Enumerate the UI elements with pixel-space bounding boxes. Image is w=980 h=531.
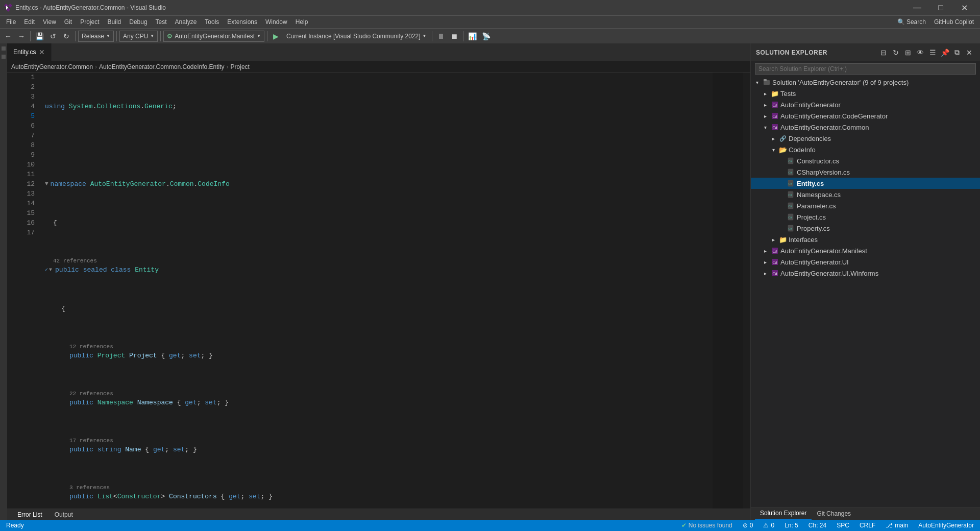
- code-editor[interactable]: 1 2 3 4 5 6 7 8 9 10 11 12 13 14 15 16 1: [7, 73, 750, 509]
- tree-item-label: AutoEntityGenerator.Common: [780, 124, 869, 131]
- menu-debug[interactable]: Debug: [125, 16, 151, 28]
- toolbar-sep-1: [30, 31, 31, 41]
- tree-item-label: AutoEntityGenerator.UI: [780, 258, 849, 266]
- status-copilot[interactable]: AutoEntityGenerator: [916, 520, 976, 531]
- breadcrumb-project[interactable]: Project: [231, 63, 250, 70]
- platform-dropdown[interactable]: Any CPU ▼: [119, 31, 158, 42]
- panel-close[interactable]: ✕: [964, 47, 975, 58]
- panel-popout[interactable]: ⧉: [951, 47, 963, 58]
- run-button[interactable]: ▶: [270, 30, 282, 42]
- se-search-input[interactable]: [755, 63, 976, 75]
- status-line[interactable]: Ln: 5: [782, 520, 800, 531]
- tree-item-parameter-cs[interactable]: C#Parameter.cs: [751, 200, 980, 211]
- col-text: Ch: 24: [808, 522, 826, 529]
- tree-item-tests[interactable]: ▸📁Tests: [751, 88, 980, 99]
- tree-item-solution[interactable]: ▾Solution 'AutoEntityGenerator' (9 of 9 …: [751, 77, 980, 88]
- tree-item-label: Dependencies: [789, 135, 831, 142]
- tree-item-property-cs[interactable]: C#Property.cs: [751, 223, 980, 234]
- toolbar-sep-3: [116, 31, 117, 41]
- menu-git[interactable]: Git: [60, 16, 76, 28]
- tree-item-codeinfo[interactable]: ▾📂CodeInfo: [751, 144, 980, 155]
- activity-item[interactable]: [2, 46, 6, 51]
- menu-help[interactable]: Help: [291, 16, 312, 28]
- tree-item-ui[interactable]: ▸C#AutoEntityGenerator.UI: [751, 256, 980, 268]
- menu-analyze[interactable]: Analyze: [171, 16, 201, 28]
- breadcrumb-common[interactable]: AutoEntityGenerator.Common: [11, 63, 93, 70]
- status-crlf[interactable]: CRLF: [857, 520, 877, 531]
- status-branch[interactable]: ⎇ main: [884, 520, 910, 531]
- status-no-issues[interactable]: ✔ No issues found: [679, 520, 734, 531]
- bottom-tab-error-list[interactable]: Error List: [11, 509, 48, 520]
- tree-item-common[interactable]: ▾C#AutoEntityGenerator.Common: [751, 122, 980, 133]
- panel-properties[interactable]: ☰: [927, 47, 938, 58]
- breadcrumb-codeinfo[interactable]: AutoEntityGenerator.Common.CodeInfo.Enti…: [99, 63, 224, 70]
- menu-test[interactable]: Test: [152, 16, 171, 28]
- panel-refresh[interactable]: ↻: [890, 47, 901, 58]
- close-button[interactable]: ✕: [952, 0, 976, 15]
- menu-edit[interactable]: Edit: [20, 16, 39, 28]
- tree-item-ui-winforms[interactable]: ▸C#AutoEntityGenerator.UI.Winforms: [751, 268, 980, 279]
- tree-item-project-cs[interactable]: C#Project.cs: [751, 211, 980, 223]
- toolbar-extra[interactable]: ⏸: [435, 30, 447, 42]
- config-dropdown[interactable]: Release ▼: [78, 31, 114, 42]
- menu-bar: File Edit View Git Project Build Debug T…: [0, 15, 980, 28]
- toolbar-live[interactable]: 📡: [480, 30, 493, 42]
- code-content[interactable]: using System.Collections.Generic; ▼names…: [40, 73, 713, 509]
- status-ready[interactable]: Ready: [4, 520, 26, 531]
- line-num-12: 12: [24, 179, 35, 189]
- target-dropdown[interactable]: ⚙ AutoEntityGenerator.Manifest ▼: [163, 31, 264, 42]
- panel-collapse-all[interactable]: ⊟: [878, 47, 889, 58]
- tree-item-codegen[interactable]: ▸C#AutoEntityGenerator.CodeGenerator: [751, 110, 980, 122]
- status-left: Ready: [4, 520, 26, 531]
- chevron-icon: ▸: [761, 258, 769, 266]
- line-numbers: 1 2 3 4 5 6 7 8 9 10 11 12 13 14 15 16 1: [14, 73, 40, 509]
- tab-close-button[interactable]: ✕: [39, 49, 45, 56]
- tree-item-autoentity[interactable]: ▸C#AutoEntityGenerator: [751, 99, 980, 110]
- panel-tab-git-changes[interactable]: Git Changes: [812, 508, 856, 520]
- panel-tab-solution-explorer[interactable]: Solution Explorer: [755, 508, 812, 520]
- tree-item-interfaces[interactable]: ▸📁Interfaces: [751, 234, 980, 245]
- bottom-tab-output[interactable]: Output: [48, 509, 79, 520]
- tree-item-entity-cs[interactable]: C#Entity.cs: [751, 178, 980, 189]
- menu-view[interactable]: View: [39, 16, 60, 28]
- chevron-icon: [777, 157, 786, 165]
- menu-project[interactable]: Project: [76, 16, 103, 28]
- github-copilot[interactable]: GitHub Copilot: [930, 16, 978, 28]
- menu-window[interactable]: Window: [261, 16, 291, 28]
- panel-show-all[interactable]: 👁: [915, 47, 926, 58]
- tree-item-manifest[interactable]: ▸C#AutoEntityGenerator.Manifest: [751, 245, 980, 256]
- tree-item-constructor-cs[interactable]: C#Constructor.cs: [751, 155, 980, 166]
- status-col[interactable]: Ch: 24: [806, 520, 828, 531]
- file-cs-icon: C#: [787, 168, 795, 176]
- status-spc[interactable]: SPC: [835, 520, 851, 531]
- editor-tab-entity[interactable]: Entity.cs ✕: [7, 43, 52, 61]
- activity-item2[interactable]: [2, 55, 6, 59]
- menu-search[interactable]: 🔍 Search: [893, 16, 930, 28]
- toolbar-undo[interactable]: ↺: [47, 30, 59, 42]
- tree-item-csharpversion-cs[interactable]: C#CSharpVersion.cs: [751, 166, 980, 178]
- menu-tools[interactable]: Tools: [201, 16, 223, 28]
- tree-item-dependencies[interactable]: ▸🔗Dependencies: [751, 133, 980, 144]
- solution-tree[interactable]: ▾Solution 'AutoEntityGenerator' (9 of 9 …: [751, 77, 980, 507]
- code-block-9: 17 references public string Name { get; …: [45, 437, 713, 454]
- status-warnings[interactable]: ⚠ 0: [761, 520, 776, 531]
- status-errors[interactable]: ⊘ 0: [741, 520, 755, 531]
- minimize-button[interactable]: —: [905, 0, 929, 15]
- menu-file[interactable]: File: [2, 16, 20, 28]
- toolbar-extra2[interactable]: ⏹: [448, 30, 460, 42]
- panel-filter[interactable]: ⊞: [902, 47, 914, 58]
- run-dropdown[interactable]: Current Instance [Visual Studio Communit…: [283, 31, 430, 42]
- menu-build[interactable]: Build: [104, 16, 126, 28]
- toolbar-save[interactable]: 💾: [33, 30, 46, 42]
- panel-pin[interactable]: 📌: [939, 47, 950, 58]
- editor-scrollbar[interactable]: [743, 73, 750, 509]
- menu-extensions[interactable]: Extensions: [223, 16, 261, 28]
- tree-item-namespace-cs[interactable]: C#Namespace.cs: [751, 189, 980, 200]
- toolbar-back[interactable]: ←: [2, 30, 14, 42]
- file-cs-icon: C#: [787, 224, 795, 232]
- line-text: Ln: 5: [785, 522, 798, 529]
- toolbar-forward[interactable]: →: [15, 30, 28, 42]
- toolbar-profiler[interactable]: 📊: [466, 30, 479, 42]
- maximize-button[interactable]: □: [929, 0, 952, 15]
- toolbar-redo[interactable]: ↻: [60, 30, 72, 42]
